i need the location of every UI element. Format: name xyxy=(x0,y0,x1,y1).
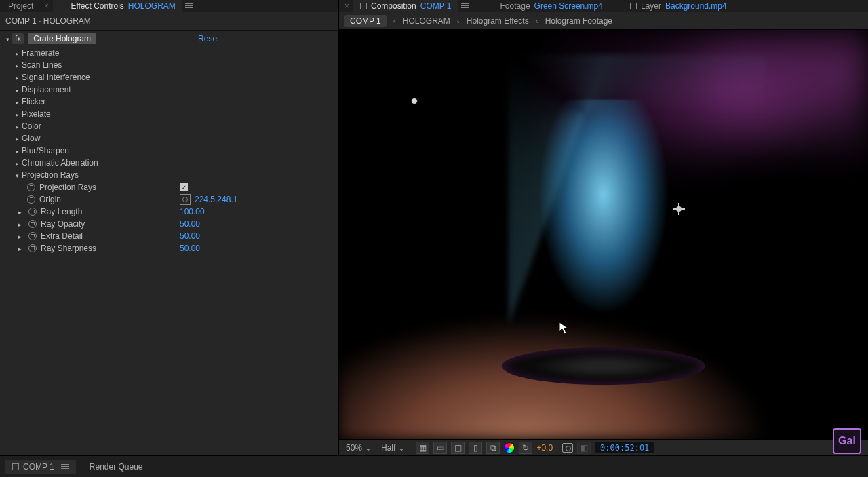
panel-icon xyxy=(12,463,19,470)
tab-timeline-comp[interactable]: COMP 1 xyxy=(5,460,76,474)
prop-group[interactable]: Color xyxy=(22,121,41,131)
prop-value[interactable]: 50.00 xyxy=(180,231,200,241)
tab-project[interactable]: Project xyxy=(1,0,40,12)
twirl-icon[interactable] xyxy=(15,231,24,241)
exposure-value[interactable]: +0.0 xyxy=(536,443,553,453)
prop-group[interactable]: Glow xyxy=(22,134,40,143)
prop-label: Ray Opacity xyxy=(41,219,85,229)
tab-effect-controls[interactable]: Effect Controls HOLOGRAM xyxy=(53,0,182,12)
panel-icon xyxy=(490,3,496,9)
close-icon[interactable]: × xyxy=(40,1,53,11)
chevron-left-icon[interactable]: ‹ xyxy=(457,16,460,26)
tab-render-queue[interactable]: Render Queue xyxy=(90,462,143,472)
prop-group[interactable]: Framerate xyxy=(22,48,59,58)
prop-value[interactable]: 224.5,248.1 xyxy=(195,195,237,204)
stopwatch-icon[interactable] xyxy=(28,232,37,240)
chevron-left-icon[interactable]: ‹ xyxy=(393,16,396,26)
viewer-controls: 50% Half ▦ ▭ ◫ ▯ ⧉ ↻ +0.0 ◧ 0:00:52:01 xyxy=(339,439,868,455)
crumb[interactable]: Hologram Footage xyxy=(545,16,612,26)
panel-icon xyxy=(360,3,367,9)
color-management-icon[interactable] xyxy=(504,442,515,453)
twirl-icon[interactable] xyxy=(12,146,22,155)
twirl-icon[interactable] xyxy=(15,219,24,229)
close-icon[interactable]: × xyxy=(340,1,353,11)
twirl-icon[interactable] xyxy=(12,60,22,70)
left-tab-bar: Project × Effect Controls HOLOGRAM xyxy=(0,0,338,12)
stopwatch-icon[interactable] xyxy=(27,183,35,191)
mask-visibility-button[interactable]: ▭ xyxy=(433,442,447,454)
prop-label: Ray Length xyxy=(41,207,82,216)
effect-properties: Framerate Scan Lines Signal Interference… xyxy=(0,47,338,455)
fx-badge[interactable]: fx xyxy=(12,33,24,44)
snapshot-button[interactable] xyxy=(562,443,573,453)
tab-composition[interactable]: Composition COMP 1 xyxy=(353,0,458,12)
transparency-grid-button[interactable]: ▦ xyxy=(416,442,429,454)
region-of-interest-button[interactable]: ◫ xyxy=(451,442,465,454)
crosshair-icon[interactable] xyxy=(180,194,191,205)
show-snapshot-button[interactable]: ◧ xyxy=(577,442,591,454)
panel-menu-icon[interactable] xyxy=(461,3,469,8)
panel-icon xyxy=(60,3,66,9)
prop-group[interactable]: Chromatic Aberration xyxy=(22,158,98,168)
effect-header: fx Crate Hologram Reset xyxy=(0,31,338,47)
origin-marker[interactable] xyxy=(411,98,418,104)
prop-label: Extra Detail xyxy=(41,231,83,241)
prop-label: Ray Sharpness xyxy=(41,244,96,253)
breadcrumb: COMP 1 ‹ HOLOGRAM ‹ Hologram Effects ‹ H… xyxy=(339,12,868,30)
stopwatch-icon[interactable] xyxy=(28,208,37,216)
twirl-icon[interactable] xyxy=(12,134,22,143)
prop-group[interactable]: Pixelate xyxy=(22,109,51,119)
anchor-point-icon[interactable] xyxy=(673,203,685,215)
twirl-icon[interactable] xyxy=(12,73,22,82)
twirl-icon[interactable] xyxy=(15,244,24,253)
crumb[interactable]: Hologram Effects xyxy=(467,16,529,26)
stopwatch-icon[interactable] xyxy=(28,244,37,252)
tab-footage[interactable]: Footage Green Screen.mp4 xyxy=(483,0,610,12)
twirl-icon[interactable] xyxy=(12,85,22,94)
reset-button[interactable]: Reset xyxy=(198,34,219,43)
bottom-panel: COMP 1 Render Queue xyxy=(0,455,868,477)
timecode[interactable]: 0:00:52:01 xyxy=(595,442,654,453)
composition-viewer[interactable] xyxy=(339,30,868,439)
right-tab-bar: × Composition COMP 1 Footage Green Scree… xyxy=(339,0,868,12)
resolution-dropdown[interactable]: Half xyxy=(378,443,408,453)
panel-menu-icon[interactable] xyxy=(185,3,193,8)
tab-layer[interactable]: Layer Background.mp4 xyxy=(623,0,734,12)
panel-menu-icon[interactable] xyxy=(61,464,69,469)
prop-value[interactable]: 50.00 xyxy=(180,219,200,229)
guides-button[interactable]: ▯ xyxy=(469,442,482,454)
prop-group[interactable]: Blur/Sharpen xyxy=(22,146,69,155)
twirl-icon[interactable] xyxy=(12,121,22,131)
channel-button[interactable]: ⧉ xyxy=(486,442,500,454)
twirl-icon[interactable] xyxy=(12,170,22,180)
crumb[interactable]: HOLOGRAM xyxy=(403,16,450,26)
comp-title: COMP 1 · HOLOGRAM xyxy=(0,12,338,31)
prop-label: Projection Rays xyxy=(39,183,96,192)
prop-group[interactable]: Projection Rays xyxy=(22,170,79,180)
prop-label: Origin xyxy=(39,195,61,204)
twirl-icon[interactable] xyxy=(15,207,24,216)
reset-exposure-button[interactable]: ↻ xyxy=(519,442,532,454)
stopwatch-icon[interactable] xyxy=(27,195,35,204)
prop-group[interactable]: Displacement xyxy=(22,85,71,94)
chevron-left-icon[interactable]: ‹ xyxy=(536,16,538,26)
crumb[interactable]: COMP 1 xyxy=(344,15,387,27)
preview-frame xyxy=(339,30,868,439)
twirl-icon[interactable] xyxy=(12,158,22,168)
twirl-icon[interactable] xyxy=(12,97,22,107)
stopwatch-icon[interactable] xyxy=(28,220,37,228)
prop-group[interactable]: Scan Lines xyxy=(22,60,62,70)
checkbox[interactable]: ✓ xyxy=(180,183,188,191)
twirl-icon[interactable] xyxy=(3,34,12,43)
zoom-dropdown[interactable]: 50% xyxy=(343,443,374,453)
twirl-icon[interactable] xyxy=(12,48,22,58)
effect-name[interactable]: Crate Hologram xyxy=(28,33,96,44)
watermark-badge: Gal xyxy=(833,428,861,454)
prop-value[interactable]: 50.00 xyxy=(180,244,200,253)
prop-value[interactable]: 100.00 xyxy=(180,207,205,216)
prop-group[interactable]: Flicker xyxy=(22,97,45,107)
twirl-icon[interactable] xyxy=(12,109,22,119)
cursor-icon xyxy=(559,322,570,337)
prop-group[interactable]: Signal Interference xyxy=(22,73,90,82)
panel-icon xyxy=(630,3,637,9)
